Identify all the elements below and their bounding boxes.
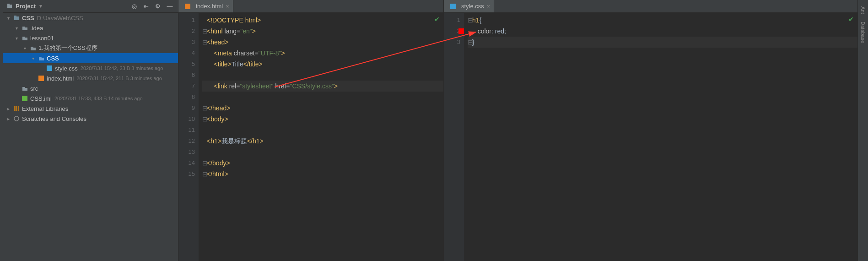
- folder-icon: [21, 34, 28, 42]
- expand-arrow-icon[interactable]: ▾: [5, 16, 11, 21]
- tab-style-css[interactable]: style.css ×: [444, 0, 494, 12]
- dropdown-arrow-icon[interactable]: ▼: [38, 4, 43, 9]
- svg-rect-8: [16, 106, 17, 111]
- tree-row[interactable]: ▾CSS: [3, 53, 178, 63]
- tree-item-name: src: [30, 85, 38, 92]
- folder-icon: [29, 44, 37, 52]
- scratches-consoles[interactable]: ▸ Scratches and Consoles: [3, 114, 178, 124]
- tree-row[interactable]: index.html2020/7/31 15:42, 211 B 3 minut…: [3, 73, 178, 83]
- tree-item-name: index.html: [47, 75, 74, 82]
- project-icon: [6, 2, 13, 10]
- tree-item-name: 1.我的第一个CSS程序: [38, 44, 97, 52]
- tree-item-name: lesson01: [30, 35, 54, 42]
- hide-icon[interactable]: —: [165, 2, 174, 11]
- css-icon: [46, 65, 53, 72]
- code-right[interactable]: ⊟h1{ color: red; ⊟}: [464, 13, 857, 261]
- gutter-right[interactable]: 123: [444, 13, 464, 261]
- tree-row[interactable]: ▾lesson01: [3, 33, 178, 43]
- expand-arrow-icon[interactable]: ▸: [5, 106, 11, 111]
- expand-arrow-icon[interactable]: ▾: [30, 56, 36, 61]
- tree-item-meta: 2020/7/31 15:42, 23 B 3 minutes ago: [81, 65, 163, 71]
- svg-rect-6: [22, 96, 27, 101]
- close-tab-icon[interactable]: ×: [487, 3, 491, 10]
- gear-icon[interactable]: ⚙: [153, 2, 162, 11]
- expand-arrow-icon[interactable]: ▾: [14, 26, 19, 31]
- tree-row[interactable]: ▾.idea: [3, 23, 178, 33]
- gutter-left[interactable]: 123456789101112131415: [178, 13, 199, 261]
- external-libraries[interactable]: ▸ External Libraries: [3, 103, 178, 114]
- css-file-icon: [449, 3, 457, 10]
- tree-item-name: CSS: [47, 55, 59, 62]
- svg-rect-4: [47, 65, 52, 71]
- svg-rect-5: [38, 76, 44, 81]
- svg-rect-7: [14, 106, 16, 111]
- tree-item-meta: 2020/7/31 15:33, 433 B 14 minutes ago: [54, 96, 143, 101]
- root-path: D:\JavaWeb\CSS: [37, 15, 83, 22]
- svg-rect-2: [14, 16, 19, 20]
- tab-label: index.html: [196, 3, 223, 10]
- libraries-icon: [13, 105, 20, 112]
- project-tree[interactable]: ▾ CSS D:\JavaWeb\CSS ▾.idea▾lesson01▾1.我…: [3, 13, 178, 261]
- svg-rect-12: [450, 4, 456, 9]
- svg-rect-0: [7, 5, 12, 8]
- code-area-left[interactable]: ✔ 123456789101112131415 <!DOCTYPE html> …: [178, 13, 443, 261]
- close-tab-icon[interactable]: ×: [226, 3, 229, 10]
- folder-icon: [21, 85, 28, 92]
- svg-rect-3: [14, 16, 16, 17]
- folder-icon: [21, 24, 28, 32]
- tree-item-name: style.css: [55, 65, 78, 72]
- folder-blue-icon: [38, 54, 45, 62]
- code-left[interactable]: <!DOCTYPE html> ⊟<html lang="en"> ⊟<head…: [199, 13, 443, 261]
- root-name: CSS: [22, 15, 34, 22]
- svg-point-10: [14, 116, 19, 121]
- tree-row[interactable]: src: [3, 83, 178, 93]
- svg-rect-1: [7, 4, 10, 5]
- module-icon: [13, 14, 20, 22]
- tree-row[interactable]: style.css2020/7/31 15:42, 23 B 3 minutes…: [3, 63, 178, 73]
- editors-area: index.html × ✔ 123456789101112131415 <!D…: [178, 0, 858, 261]
- collapse-all-icon[interactable]: ⇤: [141, 2, 151, 11]
- scratches-icon: [13, 115, 20, 122]
- scratches-label: Scratches and Consoles: [22, 115, 86, 122]
- tree-row[interactable]: CSS.iml2020/7/31 15:33, 433 B 14 minutes…: [3, 93, 178, 103]
- html-file-icon: [184, 3, 191, 10]
- tree-row[interactable]: ▾1.我的第一个CSS程序: [3, 43, 178, 53]
- tab-label: style.css: [461, 3, 484, 10]
- tree-item-name: .idea: [30, 25, 43, 32]
- editor-right: style.css × ✔ 123 ⊟h1{ color: red; ⊟}: [444, 0, 858, 261]
- project-title[interactable]: Project: [16, 3, 36, 10]
- expand-arrow-icon[interactable]: ▾: [22, 46, 27, 51]
- project-header: Project ▼ ◎ ⇤ ⚙ —: [3, 0, 178, 13]
- expand-arrow-icon[interactable]: ▸: [5, 116, 11, 121]
- tab-index-html[interactable]: index.html ×: [178, 0, 233, 12]
- database-tool-tab[interactable]: Database: [860, 18, 866, 47]
- editor-left-tabs: index.html ×: [178, 0, 443, 13]
- ext-libs-label: External Libraries: [22, 105, 68, 112]
- iml-icon: [21, 95, 28, 102]
- select-opened-file-icon[interactable]: ◎: [129, 2, 139, 11]
- tree-item-name: CSS.iml: [30, 95, 52, 102]
- expand-arrow-icon[interactable]: ▾: [14, 36, 19, 41]
- project-tool-window: Project ▼ ◎ ⇤ ⚙ — ▾ CSS D:\JavaWeb\CSS ▾…: [3, 0, 178, 261]
- ant-tool-tab[interactable]: Ant: [860, 3, 866, 18]
- html-icon: [38, 75, 45, 82]
- editor-left: index.html × ✔ 123456789101112131415 <!D…: [178, 0, 444, 261]
- color-swatch-red[interactable]: [458, 28, 464, 34]
- tree-root[interactable]: ▾ CSS D:\JavaWeb\CSS: [3, 13, 178, 23]
- right-sidebar: Ant Database: [858, 0, 868, 261]
- svg-rect-9: [18, 106, 19, 111]
- code-area-right[interactable]: ✔ 123 ⊟h1{ color: red; ⊟}: [444, 13, 857, 261]
- tree-item-meta: 2020/7/31 15:42, 211 B 3 minutes ago: [76, 76, 162, 81]
- editor-right-tabs: style.css ×: [444, 0, 857, 13]
- svg-rect-11: [185, 4, 190, 9]
